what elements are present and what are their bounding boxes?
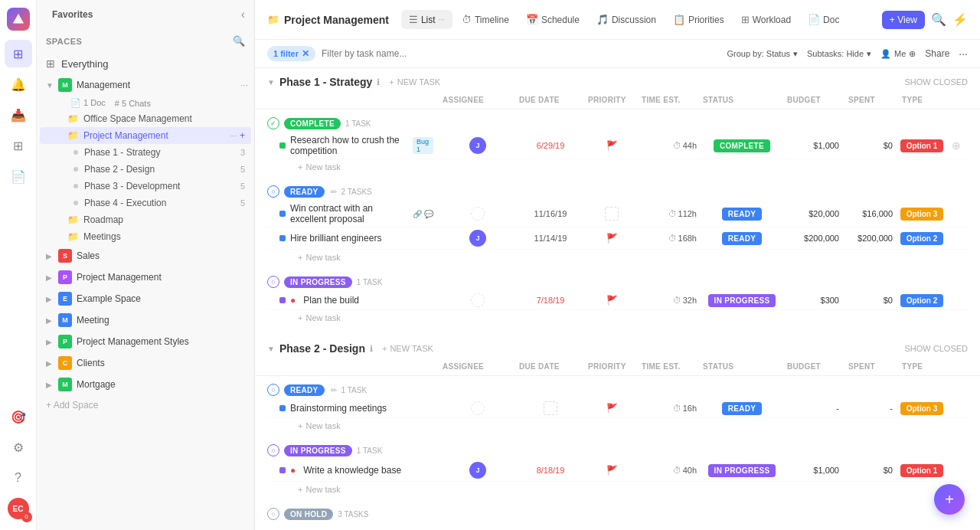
more-options-button[interactable]: ··· [959,47,968,60]
phase2-progress-new-task[interactable]: + New task [267,482,968,497]
sidebar-folder-office-space[interactable]: 📁 Office Space Management [37,110,254,127]
chevron-right-icon: ▶ [46,273,55,282]
sidebar-folder-roadmap[interactable]: 📁 Roadmap [37,211,254,228]
task-name[interactable]: Brainstorming meetings [290,403,387,414]
sidebar-space-pm-styles[interactable]: ▶ P Project Management Styles [37,331,254,352]
task-name[interactable]: Research how to crush the competition [290,135,405,156]
phase1-add-task[interactable]: + NEW TASK [384,76,445,88]
sidebar-sub-phase3[interactable]: Phase 3 - Development 5 [37,178,254,195]
task-name[interactable]: Hire brilliant engineers [290,233,381,244]
fab-button[interactable]: + [934,484,965,515]
phase2-show-closed[interactable]: SHOW CLOSED [904,344,968,353]
sidebar-space-example[interactable]: ▶ E Example Space [37,288,254,309]
tab-discussion[interactable]: 🎵 Discussion [589,10,664,29]
filter-by-name-input[interactable] [322,48,720,59]
task-name[interactable]: Write a knowledge base [303,465,401,476]
ready-task-count: 2 TASKS [341,188,372,196]
phase2-info-icon[interactable]: ℹ [370,344,373,354]
sidebar-sub-phase2[interactable]: Phase 2 - Design 5 [37,161,254,178]
add-space-button[interactable]: + Add Space [37,395,254,415]
add-view-button[interactable]: + View [882,11,925,29]
inprogress-status-icon2[interactable]: ○ [267,444,279,456]
sub-dot [74,167,78,172]
sidebar-space-sales[interactable]: ▶ S Sales [37,245,254,267]
phase1-info-icon[interactable]: ℹ [377,77,380,87]
sidebar-folder-project-mgmt[interactable]: 📁 Project Management ··· + [40,127,251,144]
search-button[interactable]: 🔍 [931,12,946,27]
nav-settings-icon[interactable]: ⚙ [5,433,32,461]
type-cell: Option 1 [899,464,945,477]
tab-timeline[interactable]: ⏱ Timeline [454,10,517,29]
inprogress-task-count2: 1 TASK [357,447,383,455]
pm-actions[interactable]: ··· [230,131,237,140]
spaces-search-icon[interactable]: 🔍 [233,35,245,47]
tab-list[interactable]: ☰ List ··· [401,10,452,29]
nav-goals-icon[interactable]: 🎯 [5,403,32,430]
phase1-ready-new-task[interactable]: + New task [267,250,968,265]
phase3-count: 5 [240,182,245,191]
nav-help-icon[interactable]: ? [5,464,32,492]
tab-priorities[interactable]: 📋 Priorities [665,10,732,29]
sidebar-space-meeting[interactable]: ▶ M Meeting [37,309,254,331]
nav-docs-icon[interactable]: 📄 [5,162,32,190]
list-tab-more[interactable]: ··· [439,15,445,24]
sidebar-sub-phase4[interactable]: Phase 4 - Execution 5 [37,195,254,211]
subtasks-selector[interactable]: Subtasks: Hide ▾ [807,49,871,59]
sidebar: Favorites ‹ Spaces 🔍 ⊞ Everything ▼ M Ma… [37,0,255,530]
phase2-add-task[interactable]: + NEW TASK [377,342,438,355]
tab-doc[interactable]: 📄 Doc [800,10,847,29]
sidebar-item-everything[interactable]: ⊞ Everything [37,53,254,74]
task-bullet [279,297,286,303]
management-actions[interactable]: ··· [240,80,248,90]
share-button[interactable]: Share [925,48,949,59]
sidebar-collapse-button[interactable]: ‹ [241,8,245,21]
lightning-icon[interactable]: ⚡ [952,12,968,27]
row-more-icon[interactable]: ⊕ [952,139,961,152]
inprogress-status-icon[interactable]: ○ [267,276,279,288]
nav-home-icon[interactable]: ⊞ [5,40,32,67]
phase1-progress-new-task[interactable]: + New task [267,310,968,326]
sidebar-space-management[interactable]: ▼ M Management ··· [37,74,254,96]
nav-user-avatar[interactable]: EC [5,495,32,522]
sidebar-folder-meetings[interactable]: 📁 Meetings [37,228,254,245]
pm-add-icon[interactable]: + [240,130,245,141]
phase2-toggle[interactable]: ▼ [267,345,275,353]
group-by-selector[interactable]: Group by: Status ▾ [727,49,798,59]
ready-status-icon[interactable]: ○ [267,185,279,198]
phase1-complete-new-task[interactable]: + New task [267,159,968,175]
page-title: Project Management [284,14,389,26]
sidebar-space-pm[interactable]: ▶ P Project Management [37,267,254,288]
empty-due-date [544,401,557,415]
sidebar-header: Favorites ‹ [37,0,254,29]
project-folder-icon: 📁 [267,14,279,25]
ready-status-icon2[interactable]: ○ [267,384,279,396]
nav-apps-icon[interactable]: ⊞ [5,132,32,159]
phase1-show-closed[interactable]: SHOW CLOSED [904,77,968,87]
task-name[interactable]: Plan the build [303,295,359,306]
complete-status-icon[interactable]: ✓ [267,117,279,129]
tab-workload[interactable]: ⊞ Workload [733,10,799,29]
filter-remove-icon[interactable]: ✕ [302,48,309,59]
sub-dot [74,184,78,188]
phase1-toggle[interactable]: ▼ [267,78,275,87]
tab-schedule[interactable]: 📅 Schedule [518,10,587,29]
nav-inbox-icon[interactable]: 📥 [5,101,32,129]
sidebar-space-mortgage[interactable]: ▶ M Mortgage [37,374,254,395]
add-view-label: + View [890,15,917,25]
sidebar-space-clients[interactable]: ▶ C Clients [37,352,254,374]
sidebar-sub-phase1[interactable]: Phase 1 - Strategy 3 [37,144,254,161]
phase2-ready-new-task[interactable]: + New task [267,418,968,433]
left-nav-strip: ⊞ 🔔 📥 ⊞ 📄 🎯 ⚙ ? EC [0,0,37,530]
space-name-example: Example Space [77,293,248,304]
phase2-section: ▼ Phase 2 - Design ℹ + NEW TASK SHOW CLO… [255,335,980,526]
me-filter[interactable]: 👤 Me ⊕ [880,49,916,59]
nav-notifications-icon[interactable]: 🔔 [5,70,32,98]
status-cell: READY [700,402,784,415]
clock-icon: ⏱ [673,466,681,475]
task-name[interactable]: Win contract with an excellent proposal [290,203,405,224]
app-logo[interactable] [7,8,30,31]
ready-edit-icon[interactable]: ✏ [331,188,337,196]
ready-edit-icon2[interactable]: ✏ [331,386,337,394]
filter-badge[interactable]: 1 filter ✕ [267,46,315,61]
onhold-status-icon[interactable]: ○ [267,508,279,520]
